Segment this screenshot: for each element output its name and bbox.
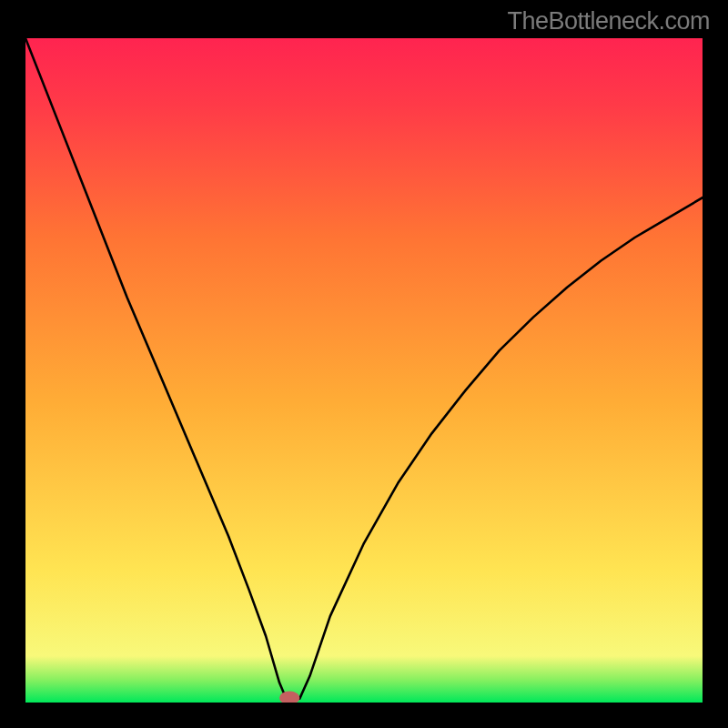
chart-svg — [25, 38, 703, 703]
plot-area — [25, 38, 703, 703]
chart-frame: TheBottleneck.com — [0, 0, 728, 728]
watermark-text: TheBottleneck.com — [507, 7, 710, 35]
gradient-background — [25, 38, 703, 703]
